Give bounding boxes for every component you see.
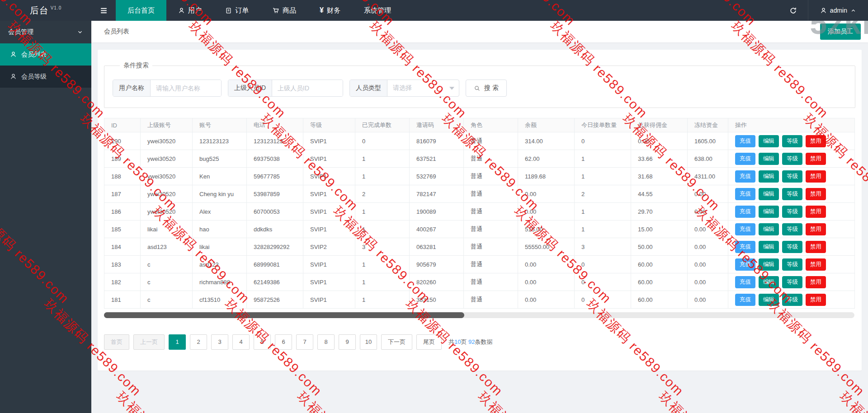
recharge-button[interactable]: 充值 <box>735 258 755 271</box>
tab-finance[interactable]: ¥ 财务 <box>308 0 352 21</box>
cell-role[interactable]: 普通 <box>464 238 518 256</box>
cell-commission: 60.00 <box>631 273 688 291</box>
cell-role[interactable]: 普通 <box>464 203 518 221</box>
page-button-3[interactable]: 3 <box>211 334 228 350</box>
breadcrumb: 会员列表 <box>104 28 129 36</box>
cell-completed: 2 <box>355 185 410 203</box>
page-button-9[interactable]: 9 <box>339 334 356 350</box>
hamburger-icon[interactable] <box>91 0 116 21</box>
edit-button[interactable]: 编辑 <box>759 170 779 183</box>
level-button[interactable]: 等级 <box>782 276 802 288</box>
edit-button[interactable]: 编辑 <box>759 241 779 253</box>
level-button[interactable]: 等级 <box>782 223 802 235</box>
sidebar: 会员管理 会员列表 会员等级 <box>0 21 91 413</box>
cell-role[interactable]: 普通 <box>464 168 518 185</box>
edit-button[interactable]: 编辑 <box>759 258 779 271</box>
cell-role[interactable]: 普通 <box>464 273 518 291</box>
recharge-button[interactable]: 充值 <box>735 170 755 183</box>
edit-button[interactable]: 编辑 <box>759 276 779 288</box>
member-table-scroll[interactable]: ID上级账号账号电话等级已完成单数邀请码角色余额今日接单数量总获得佣金冻结资金操… <box>104 118 855 309</box>
recharge-button[interactable]: 充值 <box>735 153 755 165</box>
level-button[interactable]: 等级 <box>782 135 802 147</box>
cell-phone: 69375038 <box>247 150 303 168</box>
cell-id: 181 <box>104 291 141 309</box>
recharge-button[interactable]: 充值 <box>735 276 755 288</box>
edit-button[interactable]: 编辑 <box>759 223 779 235</box>
column-header: 余额 <box>518 118 575 132</box>
edit-button[interactable]: 编辑 <box>759 188 779 200</box>
disable-button[interactable]: 禁用 <box>806 153 826 165</box>
page-button-1[interactable]: 1 <box>169 334 186 350</box>
cell-role[interactable]: 普通 <box>464 185 518 203</box>
disable-button[interactable]: 禁用 <box>806 206 826 218</box>
add-staff-button[interactable]: 添加员工 <box>820 23 861 40</box>
sidebar-item-member-list[interactable]: 会员列表 <box>0 43 91 66</box>
username-field-label: 用户名称 <box>113 80 151 96</box>
disable-button[interactable]: 禁用 <box>806 294 826 306</box>
page-button-7[interactable]: 7 <box>296 334 313 350</box>
tab-orders[interactable]: 订单 <box>213 0 260 21</box>
cell-role[interactable]: 普通 <box>464 256 518 273</box>
edit-button[interactable]: 编辑 <box>759 206 779 218</box>
column-header: 上级账号 <box>141 118 193 132</box>
recharge-button[interactable]: 充值 <box>735 223 755 235</box>
cell-role[interactable]: 普通 <box>464 221 518 238</box>
sidebar-group-member-management[interactable]: 会员管理 <box>0 21 91 43</box>
disable-button[interactable]: 禁用 <box>806 276 826 288</box>
cell-role[interactable]: 普通 <box>464 291 518 309</box>
recharge-button[interactable]: 充值 <box>735 206 755 218</box>
next-page-button[interactable]: 下一页 <box>381 334 412 350</box>
topbar-right: admin <box>779 0 868 21</box>
disable-button[interactable]: 禁用 <box>806 188 826 200</box>
tab-system[interactable]: 系统管理 <box>352 0 403 21</box>
pagination: 首页上一页12345678910下一页尾页共10页 92条数据 <box>104 334 855 350</box>
level-button[interactable]: 等级 <box>782 153 802 165</box>
cell-today: 0 <box>575 132 631 150</box>
edit-button[interactable]: 编辑 <box>759 294 779 306</box>
disable-button[interactable]: 禁用 <box>806 223 826 235</box>
disable-button[interactable]: 禁用 <box>806 170 826 183</box>
cell-invite: 063281 <box>410 238 464 256</box>
level-button[interactable]: 等级 <box>782 241 802 253</box>
horizontal-scrollbar[interactable] <box>104 312 854 318</box>
cell-role[interactable]: 普通 <box>464 150 518 168</box>
disable-button[interactable]: 禁用 <box>806 258 826 271</box>
page-button-5[interactable]: 5 <box>254 334 271 350</box>
cell-parent: likai <box>141 221 193 238</box>
disable-button[interactable]: 禁用 <box>806 135 826 147</box>
level-button[interactable]: 等级 <box>782 188 802 200</box>
refresh-icon[interactable] <box>779 0 808 21</box>
edit-button[interactable]: 编辑 <box>759 153 779 165</box>
last-page-button[interactable]: 尾页 <box>416 334 442 350</box>
page-button-6[interactable]: 6 <box>275 334 292 350</box>
scrollbar-thumb[interactable] <box>104 312 464 318</box>
disable-button[interactable]: 禁用 <box>806 241 826 253</box>
level-button[interactable]: 等级 <box>782 206 802 218</box>
username-input[interactable] <box>151 80 221 96</box>
parent-id-input[interactable] <box>272 80 343 96</box>
page-button-2[interactable]: 2 <box>190 334 207 350</box>
recharge-button[interactable]: 充值 <box>735 188 755 200</box>
cell-balance: 55550.00 <box>518 238 575 256</box>
sidebar-item-member-level[interactable]: 会员等级 <box>0 66 91 88</box>
page-button-4[interactable]: 4 <box>232 334 250 350</box>
table-row: 185likaihaoddkdksSVIP11400267普通515.00115… <box>104 221 855 238</box>
recharge-button[interactable]: 充值 <box>735 135 755 147</box>
page-button-10[interactable]: 10 <box>360 334 377 350</box>
level-button[interactable]: 等级 <box>782 294 802 306</box>
level-button[interactable]: 等级 <box>782 258 802 271</box>
tab-goods[interactable]: 商品 <box>260 0 308 21</box>
cell-today: 1 <box>575 150 631 168</box>
recharge-button[interactable]: 充值 <box>735 294 755 306</box>
user-menu[interactable]: admin <box>808 0 868 21</box>
page-button-8[interactable]: 8 <box>317 334 335 350</box>
tab-dashboard[interactable]: 后台首页 <box>116 0 166 21</box>
caret-down-icon <box>449 87 454 90</box>
tab-users[interactable]: 用户 <box>166 0 213 21</box>
person-type-select[interactable]: 请选择 <box>387 80 459 96</box>
level-button[interactable]: 等级 <box>782 170 802 183</box>
cell-role[interactable]: 普通 <box>464 132 518 150</box>
recharge-button[interactable]: 充值 <box>735 241 755 253</box>
search-button[interactable]: 搜 索 <box>466 80 507 97</box>
edit-button[interactable]: 编辑 <box>759 135 779 147</box>
